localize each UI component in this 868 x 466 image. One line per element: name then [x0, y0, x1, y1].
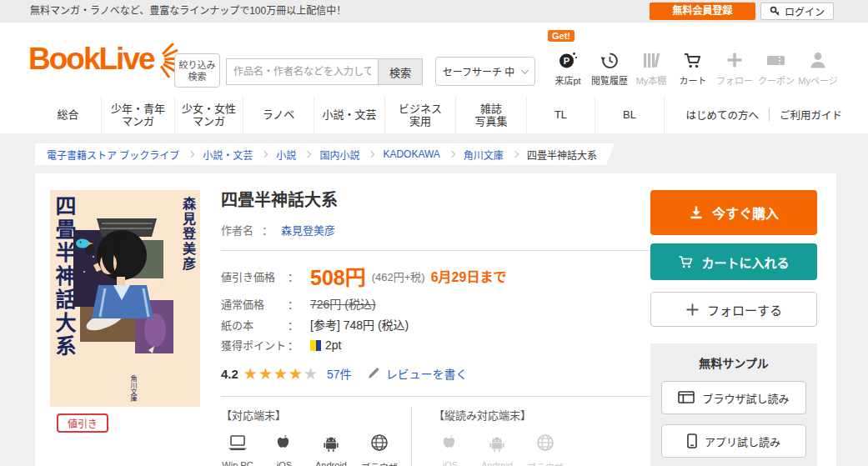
breadcrumb-store[interactable]: 電子書籍ストア ブックライブ — [47, 148, 179, 162]
booklive-logo[interactable]: BookLive — [28, 43, 180, 82]
nav-shosetsu-bungei[interactable]: 小説・文芸 — [314, 96, 385, 133]
sale-deadline: 6月29日まで — [431, 266, 507, 286]
breadcrumb-separator — [261, 151, 268, 158]
app-preview-button[interactable]: アプリ試し読み — [661, 424, 806, 458]
breadcrumb-separator — [512, 151, 519, 158]
write-review-link[interactable]: レビューを書く — [386, 365, 468, 382]
nav-first-time-link[interactable]: はじめての方へ — [685, 107, 759, 123]
device-android: Android — [314, 433, 348, 466]
vertical-reading-devices: 【縦読み対応端末】 iOS Android ブラウザ — [411, 407, 564, 466]
device-ios: iOS — [268, 433, 301, 466]
quicklink-my-bookshelf[interactable]: My本棚 — [630, 50, 672, 87]
device-browser: ブラウザ — [361, 433, 398, 466]
vertical-devices-label: 【縦読み対応端末】 — [434, 407, 564, 423]
header-quick-links: Get! P 来店pt 閲覧履歴 My本棚 カート — [547, 50, 839, 87]
cart-icon — [672, 50, 714, 73]
logo-text: BookLive — [28, 43, 154, 76]
pencil-icon — [367, 367, 380, 380]
filter-search-button[interactable]: 絞り込み 検索 — [174, 53, 220, 88]
signup-button[interactable]: 無料会員登録 — [650, 3, 755, 20]
point-icon — [310, 340, 321, 351]
sale-price-label: 値引き価格 — [221, 268, 288, 284]
browser-preview-button[interactable]: ブラウザ試し読み — [661, 381, 806, 414]
visit-point-icon: P — [547, 50, 589, 73]
nav-zasshi-shashinshu[interactable]: 雑誌写真集 — [456, 96, 527, 133]
free-sample-title: 無料サンプル — [661, 354, 806, 371]
android-icon — [321, 433, 341, 456]
browser-window-icon — [678, 391, 695, 404]
paper-price-value: [参考] 748円 (税込) — [310, 316, 409, 333]
nav-ranobe[interactable]: ラノベ — [243, 96, 314, 133]
breadcrumb-current: 四畳半神話大系 — [527, 148, 597, 162]
buy-now-button[interactable]: 今すぐ購入 — [650, 190, 817, 235]
points-value: 2pt — [325, 338, 341, 352]
safe-search-label: セーフサーチ 中 — [443, 64, 515, 78]
breadcrumb-separator — [304, 151, 311, 158]
review-count-link[interactable]: 57件 — [327, 365, 352, 382]
breadcrumb-separator — [188, 151, 194, 158]
sale-price-value: 508円 — [310, 261, 366, 291]
nav-shonen-seinen-manga[interactable]: 少年・青年マンガ — [102, 96, 175, 133]
nav-bl[interactable]: BL — [595, 96, 665, 133]
rating-stars: ★★★★★ — [243, 366, 319, 382]
apple-icon — [274, 433, 294, 456]
category-nav-list: 総合 少年・青年マンガ 少女・女性マンガ ラノベ 小説・文芸 ビジネス実用 雑誌… — [35, 96, 665, 133]
breadcrumb-shosetsu[interactable]: 小説 — [276, 148, 296, 162]
quicklink-coupon[interactable]: クーポン — [755, 50, 797, 87]
cover-illustration — [73, 217, 175, 363]
bookshelf-icon — [630, 50, 672, 73]
page-title: 四畳半神話大系 — [221, 187, 651, 211]
breadcrumb-kadokawa[interactable]: KADOKAWA — [383, 148, 439, 160]
svg-text:P: P — [564, 56, 569, 66]
login-button[interactable]: ログイン — [760, 3, 834, 20]
nav-shojo-josei-manga[interactable]: 少女・女性マンガ — [175, 96, 243, 133]
breadcrumb-separator — [368, 151, 374, 158]
cover-author: 森見登美彦 — [178, 197, 198, 272]
nav-business-jitsuyo[interactable]: ビジネス実用 — [385, 96, 456, 133]
key-icon — [770, 6, 780, 17]
plus-icon — [714, 50, 755, 73]
points-label: 獲得ポイント — [221, 337, 288, 353]
safe-search-dropdown[interactable]: セーフサーチ 中 — [435, 57, 535, 86]
breadcrumb-separator — [449, 151, 455, 158]
get-badge: Get! — [548, 30, 574, 42]
promo-text: 無料マンガ・ラノベなど、豊富なラインナップで100万冊以上配信中！ — [30, 0, 346, 23]
breadcrumb-kokunai-shosetsu[interactable]: 国内小説 — [319, 148, 359, 162]
cart-icon — [678, 254, 694, 270]
free-sample-box: 無料サンプル ブラウザ試し読み アプリ試し読み — [650, 343, 817, 466]
quicklink-visit-point[interactable]: Get! P 来店pt — [547, 50, 589, 87]
breadcrumb: 電子書籍ストア ブックライブ 小説・文芸 小説 国内小説 KADOKAWA 角川… — [35, 143, 605, 165]
quicklink-history[interactable]: 閲覧履歴 — [589, 50, 630, 87]
author-link[interactable]: 森見登美彦 — [281, 224, 335, 237]
vdevice-browser: ブラウザ — [527, 433, 564, 466]
quicklink-follow[interactable]: フォロー — [714, 50, 755, 87]
regular-price-label: 通常価格 — [221, 296, 288, 312]
regular-price-row: 通常価格 ： 726円 (税込) — [221, 295, 651, 312]
book-cover[interactable]: 四畳半神話大系 森見登美彦 角川文庫 — [50, 190, 200, 407]
breadcrumb-shosetsu-bungei[interactable]: 小説・文芸 — [203, 148, 253, 162]
rating-score: 4.2 — [221, 367, 238, 381]
search-button[interactable]: 検索 — [379, 58, 423, 85]
product-details: 四畳半神話大系 作者名：森見登美彦 値引き価格 ： 508円 (462円+税) … — [221, 187, 651, 466]
purchase-column: 今すぐ購入 カートに入れる フォローする 無料サンプル ブラウザ試し読み — [650, 190, 817, 466]
sale-price-tax: (462円+税) — [372, 268, 425, 284]
globe-icon — [535, 433, 555, 456]
coupon-icon — [755, 50, 797, 73]
paper-price-row: 紙の本 ： [参考] 748円 (税込) — [221, 316, 651, 333]
cover-title: 四畳半神話大系 — [53, 195, 75, 358]
nav-divider — [769, 108, 770, 121]
nav-tl[interactable]: TL — [527, 96, 595, 133]
quicklink-cart[interactable]: カート — [672, 50, 714, 87]
vdevice-ios: iOS — [434, 433, 467, 466]
add-to-cart-button[interactable]: カートに入れる — [650, 243, 817, 280]
nav-sogo[interactable]: 総合 — [35, 96, 102, 133]
device-winpc: Win PC — [221, 433, 254, 466]
search-bar: 検索 — [226, 58, 423, 85]
quicklink-my-page[interactable]: Myページ — [797, 50, 839, 87]
follow-button[interactable]: フォローする — [650, 292, 817, 327]
nav-guide-link[interactable]: ご利用ガイド — [780, 107, 842, 123]
divider — [221, 250, 651, 251]
chevron-down-icon — [521, 66, 529, 74]
search-input[interactable] — [226, 58, 379, 85]
breadcrumb-kadokawa-bunko[interactable]: 角川文庫 — [464, 148, 504, 162]
